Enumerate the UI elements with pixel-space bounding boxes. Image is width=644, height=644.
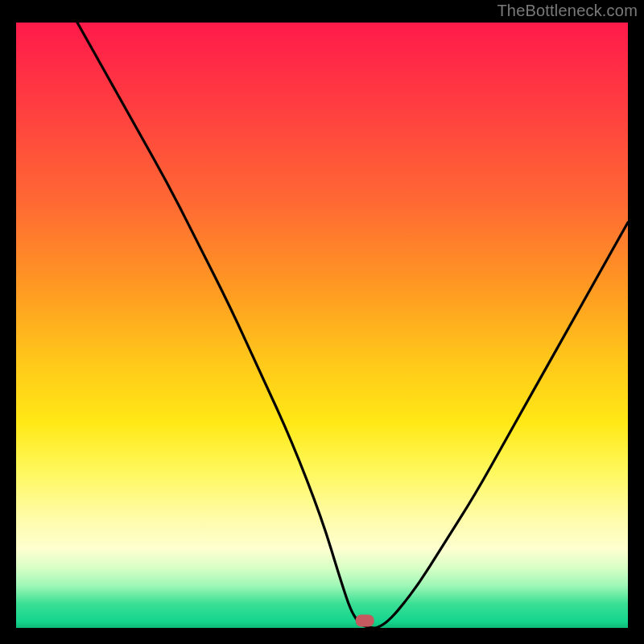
minimum-marker <box>356 615 374 626</box>
watermark-label: TheBottleneck.com <box>497 2 638 20</box>
bottleneck-curve <box>77 23 628 628</box>
curve-layer <box>16 23 628 628</box>
plot-area <box>16 23 628 628</box>
chart-frame: TheBottleneck.com <box>0 0 644 644</box>
